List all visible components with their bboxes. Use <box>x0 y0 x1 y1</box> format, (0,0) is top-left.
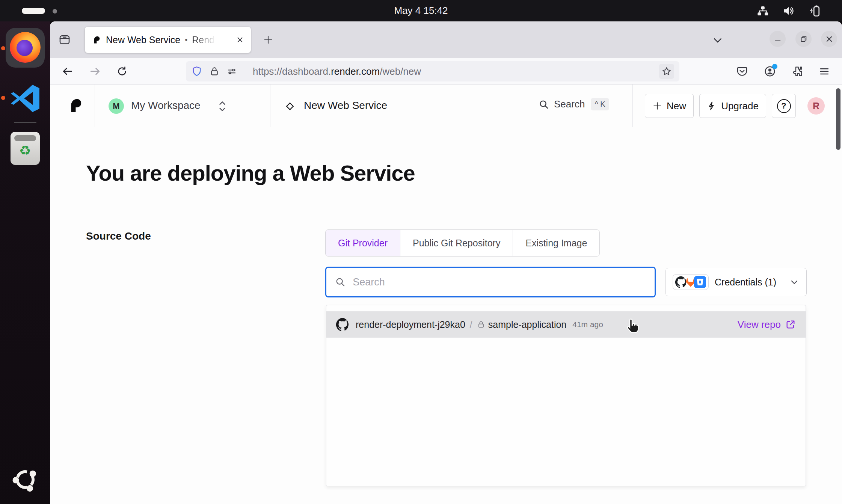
pocket-icon <box>736 65 748 77</box>
close-icon <box>825 35 834 44</box>
bookmark-star-button[interactable] <box>659 64 674 79</box>
user-avatar[interactable]: R <box>807 97 825 115</box>
tab-existing-image[interactable]: Existing Image <box>513 230 599 256</box>
account-button[interactable] <box>762 63 778 80</box>
repo-name: sample-application <box>488 319 566 330</box>
menu-button[interactable] <box>816 63 833 80</box>
repo-owner: render-deployment-j29ka0 <box>356 319 465 330</box>
dock: ♻ <box>0 21 50 504</box>
credentials-dropdown[interactable]: Credentials (1) <box>665 268 807 296</box>
url-path: /web/new <box>380 66 421 77</box>
new-button-label: New <box>667 100 686 112</box>
dock-separator <box>14 122 36 123</box>
extensions-button[interactable] <box>789 63 806 80</box>
battery-charging-icon <box>807 4 821 18</box>
window-close-button[interactable] <box>821 31 837 47</box>
repo-updated-time: 41m ago <box>572 320 603 329</box>
credentials-label: Credentials (1) <box>715 277 776 288</box>
reload-button[interactable] <box>114 63 130 80</box>
source-code-label: Source Code <box>86 230 151 242</box>
navigation-toolbar: https://dashboard.render.com/web/new <box>50 58 842 85</box>
search-shortcut-badge: ^ K <box>591 98 609 110</box>
maximize-icon <box>800 35 808 43</box>
tab-title: New Web Service <box>106 35 180 45</box>
pocket-button[interactable] <box>734 63 750 80</box>
workspace-dot[interactable] <box>53 9 57 14</box>
reload-icon <box>116 66 128 77</box>
forward-arrow-icon <box>89 65 101 77</box>
lightning-icon <box>707 101 717 111</box>
render-logo[interactable] <box>66 97 83 114</box>
repo-list-panel: render-deployment-j29ka0 / sample-applic… <box>326 305 806 486</box>
lock-icon[interactable] <box>209 66 220 77</box>
new-tab-button[interactable] <box>260 31 277 48</box>
view-repo-label: View repo <box>738 319 781 330</box>
window-maximize-button[interactable] <box>795 31 812 47</box>
tab-title-tail: Rend <box>192 35 217 45</box>
firefox-view-icon <box>58 33 71 46</box>
star-icon <box>661 66 672 77</box>
github-icon <box>336 318 350 331</box>
trash-dock-item[interactable]: ♻ <box>11 132 40 165</box>
source-tabs: Git Provider Public Git Repository Exist… <box>325 229 600 257</box>
url-prefix: https://dashboard. <box>253 66 331 77</box>
activities-indicator[interactable] <box>22 8 45 14</box>
global-search-button[interactable]: Search ^ K <box>538 98 609 110</box>
tab-title-separator: • <box>185 36 187 44</box>
tab-close-button[interactable] <box>236 36 244 44</box>
mouse-cursor-hand <box>624 318 641 337</box>
url-bar[interactable]: https://dashboard.render.com/web/new <box>186 61 679 81</box>
view-repo-link[interactable]: View repo <box>738 319 796 330</box>
recycle-icon: ♻ <box>11 144 40 157</box>
back-button[interactable] <box>59 63 76 80</box>
tab-strip: New Web Service • Rend <box>50 21 842 58</box>
render-dashboard-page: M My Workspace New Web Service Search ^ … <box>50 85 842 504</box>
source-code-controls: Git Provider Public Git Repository Exist… <box>325 229 807 257</box>
back-arrow-icon <box>62 65 74 77</box>
private-lock-icon <box>477 320 485 329</box>
tab-public-git-repository[interactable]: Public Git Repository <box>400 230 513 256</box>
workspace-avatar[interactable]: M <box>109 98 124 114</box>
repo-row[interactable]: render-deployment-j29ka0 / sample-applic… <box>326 311 806 338</box>
page-scrollbar[interactable] <box>836 88 840 150</box>
chevron-down-icon <box>789 277 800 287</box>
new-button[interactable]: New <box>645 94 694 118</box>
browser-tab[interactable]: New Web Service • Rend <box>85 27 251 53</box>
help-button[interactable]: ? <box>772 94 796 118</box>
system-top-bar: May 4 15:42 <box>0 0 842 21</box>
plus-icon <box>263 35 273 45</box>
ubuntu-logo-icon[interactable] <box>11 465 40 494</box>
workspace-caret-icon[interactable] <box>217 100 227 113</box>
repo-separator: / <box>470 319 472 330</box>
system-tray[interactable] <box>756 0 821 21</box>
account-notification-dot <box>772 64 777 69</box>
volume-icon <box>782 5 795 17</box>
vscode-running-dot <box>1 96 5 100</box>
workspace-selector[interactable]: My Workspace <box>131 100 201 112</box>
list-all-tabs-button[interactable] <box>709 32 726 48</box>
credentials-provider-icons <box>673 274 709 290</box>
repo-search-box[interactable] <box>325 267 656 297</box>
close-icon <box>236 36 244 44</box>
firefox-running-dot <box>1 46 5 50</box>
upgrade-button-label: Upgrade <box>721 100 759 112</box>
header-divider <box>95 85 95 127</box>
system-clock[interactable]: May 4 15:42 <box>394 0 448 21</box>
permissions-icon[interactable] <box>226 66 237 77</box>
forward-button[interactable] <box>87 63 103 80</box>
hamburger-icon <box>819 66 830 77</box>
external-link-icon <box>785 319 796 330</box>
web-service-icon <box>284 101 296 112</box>
browser-window: New Web Service • Rend <box>50 21 842 504</box>
upgrade-button[interactable]: Upgrade <box>699 94 766 118</box>
search-icon <box>538 99 549 110</box>
page-heading: You are deploying a Web Service <box>86 160 415 186</box>
firefox-view-button[interactable] <box>56 31 73 48</box>
firefox-dock-item[interactable] <box>6 28 45 68</box>
tab-git-provider[interactable]: Git Provider <box>326 230 400 256</box>
vscode-dock-item[interactable] <box>8 81 42 115</box>
url-text[interactable]: https://dashboard.render.com/web/new <box>253 66 421 77</box>
tracking-shield-icon[interactable] <box>191 66 202 77</box>
window-minimize-button[interactable] <box>770 31 786 47</box>
repo-search-input[interactable] <box>353 276 646 288</box>
